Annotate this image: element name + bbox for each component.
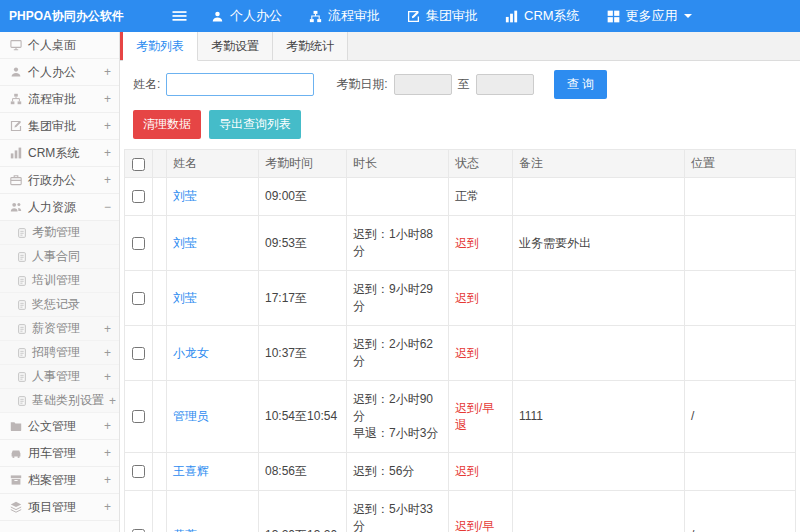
sidebar-subitem-base-category[interactable]: 基础类别设置 +: [0, 389, 119, 413]
employee-name-link[interactable]: 管理员: [173, 409, 209, 423]
location-cell: [685, 216, 796, 271]
topnav-personal-office[interactable]: 个人办公: [211, 7, 282, 25]
name-filter-label: 姓名:: [133, 76, 160, 93]
user-icon: [10, 66, 22, 78]
location-cell: /: [685, 491, 796, 532]
clean-data-button[interactable]: 清理数据: [133, 110, 201, 139]
attendance-table: 姓名 考勤时间 时长 状态 备注 位置 刘莹 09:00至: [124, 149, 796, 532]
briefcase-icon: [10, 174, 22, 186]
topnav-more-apps[interactable]: 更多应用: [607, 7, 692, 25]
app-logo[interactable]: PHPOA协同办公软件: [0, 8, 120, 25]
sidebar-item-desktop[interactable]: 个人桌面: [0, 32, 119, 59]
row-checkbox[interactable]: [132, 190, 145, 203]
sidebar-item-admin-office[interactable]: 行政办公 +: [0, 167, 119, 194]
table-row: 刘莹 09:53至 迟到：1小时88分 迟到 业务需要外出: [125, 216, 796, 271]
time-cell: 17:17至: [259, 271, 347, 326]
doc-icon: [17, 300, 27, 310]
topnav-group-approval[interactable]: 集团审批: [407, 7, 478, 25]
employee-name-link[interactable]: 小龙女: [173, 346, 209, 360]
column-header-time: 考勤时间: [259, 150, 347, 178]
sidebar-subitem-label: 人事合同: [32, 248, 106, 265]
sidebar-subitem-attendance[interactable]: 考勤管理: [0, 221, 119, 245]
menu-toggle-icon[interactable]: [172, 10, 187, 22]
sidebar-item-label: 用车管理: [28, 445, 98, 462]
column-header-status: 状态: [449, 150, 513, 178]
sidebar-subitem-recruit[interactable]: 招聘管理 +: [0, 341, 119, 365]
sidebar-item-hr[interactable]: 人力资源 −: [0, 194, 119, 221]
sidebar-item-workflow[interactable]: 流程审批 +: [0, 86, 119, 113]
sidebar-item-label: 项目管理: [28, 499, 98, 516]
sidebar-subitem-contract[interactable]: 人事合同: [0, 245, 119, 269]
employee-name-link[interactable]: 王喜辉: [173, 464, 209, 478]
date-from-input[interactable]: [394, 74, 452, 95]
row-checkbox[interactable]: [132, 410, 145, 423]
tab-attendance-stats[interactable]: 考勤统计: [273, 32, 348, 60]
photo-cell: [153, 271, 167, 326]
topnav-label: 流程审批: [328, 7, 380, 25]
tab-attendance-settings[interactable]: 考勤设置: [198, 32, 273, 60]
export-list-button[interactable]: 导出查询列表: [209, 110, 301, 139]
archive-icon: [10, 474, 22, 486]
tab-attendance-list[interactable]: 考勤列表: [123, 32, 198, 61]
sidebar-item-group-approval[interactable]: 集团审批 +: [0, 113, 119, 140]
duration-cell: [347, 178, 449, 216]
photo-cell: [153, 326, 167, 381]
time-cell: 09:53至: [259, 216, 347, 271]
duration-cell: 迟到：2小时90分早退：7小时3分: [347, 381, 449, 453]
sidebar-subitem-personnel[interactable]: 人事管理 +: [0, 365, 119, 389]
row-checkbox[interactable]: [132, 292, 145, 305]
row-checkbox[interactable]: [132, 347, 145, 360]
sidebar-item-crm[interactable]: CRM系统 +: [0, 140, 119, 167]
duration-late: 迟到：5小时33分: [353, 501, 442, 532]
select-all-checkbox[interactable]: [132, 158, 145, 171]
duration-cell: 迟到：9小时29分: [347, 271, 449, 326]
row-checkbox[interactable]: [132, 237, 145, 250]
doc-icon: [17, 252, 27, 262]
doc-icon: [17, 396, 27, 406]
employee-name-link[interactable]: 刘莹: [173, 189, 197, 203]
filter-bar: 姓名: 考勤日期: 至 查 询: [120, 61, 800, 107]
topnav-workflow-approval[interactable]: 流程审批: [309, 7, 380, 25]
duration-late: 迟到：2小时90分: [353, 391, 442, 425]
status-cell: 迟到: [449, 453, 513, 491]
status-cell: 迟到/早退: [449, 381, 513, 453]
apps-grid-icon: [607, 10, 620, 23]
duration-late: 迟到：9小时29分: [353, 281, 442, 315]
employee-name-link[interactable]: 刘莹: [173, 291, 197, 305]
sidebar-item-projects[interactable]: 项目管理 +: [0, 494, 119, 521]
topnav-label: 集团审批: [426, 7, 478, 25]
photo-cell: [153, 453, 167, 491]
action-bar: 清理数据 导出查询列表: [120, 107, 800, 149]
date-to-input[interactable]: [476, 74, 534, 95]
expand-toggle: +: [109, 394, 116, 408]
folder-icon: [10, 420, 22, 432]
collapse-toggle: −: [104, 200, 111, 214]
search-button[interactable]: 查 询: [554, 70, 607, 99]
sidebar-item-archives[interactable]: 档案管理 +: [0, 467, 119, 494]
location-cell: [685, 271, 796, 326]
sidebar-subitem-rewards[interactable]: 奖惩记录: [0, 293, 119, 317]
time-cell: 13:20至13:20: [259, 491, 347, 532]
table-header-row: 姓名 考勤时间 时长 状态 备注 位置: [125, 150, 796, 178]
topnav-crm-system[interactable]: CRM系统: [505, 7, 580, 25]
status-cell: 迟到: [449, 216, 513, 271]
employee-name-link[interactable]: 黄蓉: [173, 528, 197, 532]
note-cell: 业务需要外出: [513, 216, 685, 271]
sidebar-subitem-training[interactable]: 培训管理: [0, 269, 119, 293]
sidebar-item-vehicles[interactable]: 用车管理 +: [0, 440, 119, 467]
photo-cell: [153, 216, 167, 271]
employee-name-link[interactable]: 刘莹: [173, 236, 197, 250]
sidebar-item-personal-office[interactable]: 个人办公 +: [0, 59, 119, 86]
sidebar-item-label: 个人办公: [28, 64, 98, 81]
sidebar-item-label: 行政办公: [28, 172, 98, 189]
project-icon: [10, 501, 22, 513]
sidebar-item-documents[interactable]: 公文管理 +: [0, 413, 119, 440]
row-checkbox[interactable]: [132, 465, 145, 478]
sidebar: 个人桌面 个人办公 + 流程审批 + 集团审批 + CRM系统: [0, 32, 120, 532]
sidebar-item-label: 个人桌面: [28, 37, 105, 54]
duration-cell: 迟到：1小时88分: [347, 216, 449, 271]
sidebar-subitem-salary[interactable]: 薪资管理 +: [0, 317, 119, 341]
name-input[interactable]: [166, 73, 314, 96]
column-header-location: 位置: [685, 150, 796, 178]
table-row: 管理员 10:54至10:54 迟到：2小时90分早退：7小时3分 迟到/早退 …: [125, 381, 796, 453]
